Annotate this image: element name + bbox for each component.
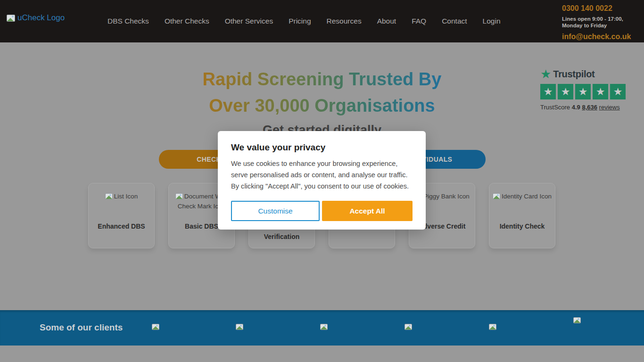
clients-bar: Some of our clients [0, 310, 644, 346]
star-icon [575, 84, 591, 99]
site-logo[interactable]: uCheck Logo [7, 13, 65, 23]
customise-button[interactable]: Customise [231, 201, 320, 221]
email-link[interactable]: info@ucheck.co.uk [562, 33, 637, 41]
trustscore-line: TrustScore 4.9 8,636 reviews [540, 104, 626, 111]
trustscore-label: TrustScore [540, 104, 570, 111]
nav-item-pricing[interactable]: Pricing [289, 17, 311, 25]
client-logo-icon [405, 324, 412, 330]
broken-image-icon [7, 15, 15, 22]
client-logo-icon [320, 324, 328, 330]
opening-hours: Lines open 9:00 - 17:00, Monday to Frida… [562, 16, 637, 29]
card-icon-alt: Identity Card Icon [492, 191, 552, 217]
client-logo-icon [573, 317, 581, 323]
trustpilot-widget[interactable]: ★ Trustpilot TrustScore 4.9 8,636 review… [540, 68, 626, 111]
star-icon [593, 84, 608, 99]
star-icon [540, 84, 556, 99]
reviews-count-link[interactable]: 8,636 [582, 104, 597, 111]
nav-item-contact[interactable]: Contact [442, 17, 467, 25]
nav-item-resources[interactable]: Resources [327, 17, 362, 25]
cookie-consent-dialog: We value your privacy We use cookies to … [218, 131, 426, 230]
clients-heading: Some of our clients [40, 322, 123, 333]
cookie-dialog-title: We value your privacy [231, 142, 413, 153]
trustscore-value: 4.9 [572, 104, 580, 111]
nav-item-about[interactable]: About [377, 17, 396, 25]
card-identity-check[interactable]: Identity Card Icon Identity Check [489, 183, 555, 248]
reviews-label[interactable]: reviews [599, 104, 620, 111]
star-icon [610, 84, 626, 99]
card-label: Identity Check [492, 222, 552, 230]
cookie-dialog-body: We use cookies to enhance your browsing … [231, 158, 413, 192]
broken-image-icon [493, 193, 500, 199]
nav-item-login[interactable]: Login [483, 17, 501, 25]
card-enhanced-dbs[interactable]: List Icon Enhanced DBS [88, 183, 155, 248]
broken-image-icon [105, 193, 113, 199]
trustpilot-rating-stars [540, 84, 626, 99]
header-contact-block: 0300 140 0022 Lines open 9:00 - 17:00, M… [562, 4, 637, 41]
trustpilot-brand: ★ Trustpilot [540, 68, 626, 80]
header: uCheck Logo DBS Checks Other Checks Othe… [0, 0, 644, 42]
accept-all-button[interactable]: Accept All [322, 201, 413, 221]
phone-link[interactable]: 0300 140 0022 [562, 4, 637, 13]
card-icon-alt: List Icon [91, 191, 151, 217]
trustpilot-brand-name: Trustpilot [553, 69, 594, 80]
trustpilot-star-icon: ★ [540, 68, 551, 80]
nav-item-other-services[interactable]: Other Services [225, 17, 273, 25]
star-icon [558, 84, 573, 99]
client-logo-icon [152, 324, 159, 330]
cookie-dialog-buttons: Customise Accept All [231, 201, 413, 221]
nav-item-other-checks[interactable]: Other Checks [165, 17, 209, 25]
broken-image-icon [175, 193, 183, 199]
client-logo-icon [489, 324, 496, 330]
hero-heading: Rapid Screening Trusted By Over 30,000 O… [181, 66, 463, 119]
client-logo-icon [236, 324, 243, 330]
card-label: Enhanced DBS [91, 222, 151, 230]
nav-item-faq[interactable]: FAQ [412, 17, 426, 25]
logo-alt-text: uCheck Logo [17, 13, 65, 23]
nav-item-dbs-checks[interactable]: DBS Checks [107, 17, 149, 25]
main-nav: DBS Checks Other Checks Other Services P… [107, 0, 501, 42]
card-label: Verification [252, 233, 312, 240]
